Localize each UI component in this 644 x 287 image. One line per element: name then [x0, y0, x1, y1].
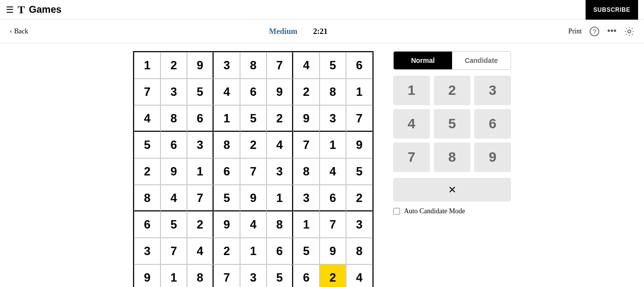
sudoku-cell[interactable]: 3 — [240, 264, 267, 287]
sudoku-cell[interactable]: 5 — [320, 52, 346, 79]
sudoku-cell[interactable]: 1 — [134, 52, 161, 79]
num-pad-1-button[interactable]: 1 — [393, 76, 430, 105]
sudoku-cell[interactable]: 4 — [240, 211, 267, 238]
sudoku-cell[interactable]: 8 — [320, 79, 346, 105]
back-button[interactable]: ‹ Back — [10, 28, 28, 35]
sudoku-cell[interactable]: 3 — [187, 132, 214, 158]
sudoku-cell[interactable]: 8 — [346, 238, 373, 264]
sudoku-cell[interactable]: 9 — [187, 52, 214, 79]
num-pad-7-button[interactable]: 7 — [393, 143, 430, 172]
num-pad-3-button[interactable]: 3 — [474, 76, 511, 105]
auto-candidate-checkbox[interactable] — [393, 208, 400, 215]
sudoku-cell[interactable]: 8 — [161, 105, 187, 132]
sudoku-cell[interactable]: 5 — [187, 79, 214, 105]
sudoku-cell[interactable]: 4 — [134, 105, 161, 132]
sudoku-cell[interactable]: 9 — [346, 132, 373, 158]
sudoku-cell[interactable]: 1 — [320, 132, 346, 158]
sudoku-cell[interactable]: 2 — [346, 185, 373, 211]
sudoku-cell[interactable]: 4 — [267, 132, 293, 158]
sudoku-cell[interactable]: 4 — [293, 52, 320, 79]
sudoku-cell[interactable]: 5 — [161, 211, 187, 238]
normal-mode-button[interactable]: Normal — [394, 52, 452, 69]
sudoku-cell[interactable]: 6 — [346, 52, 373, 79]
sudoku-cell[interactable]: 1 — [240, 238, 267, 264]
sudoku-cell[interactable]: 5 — [240, 105, 267, 132]
sudoku-cell[interactable]: 8 — [187, 264, 214, 287]
sudoku-cell[interactable]: 7 — [161, 238, 187, 264]
sudoku-cell[interactable]: 6 — [214, 158, 240, 185]
sudoku-cell[interactable]: 9 — [293, 105, 320, 132]
sudoku-cell[interactable]: 7 — [240, 158, 267, 185]
sudoku-cell[interactable]: 2 — [134, 158, 161, 185]
sudoku-cell[interactable]: 6 — [267, 238, 293, 264]
sudoku-cell[interactable]: 7 — [134, 79, 161, 105]
help-button[interactable]: ? — [590, 27, 599, 36]
sudoku-cell[interactable]: 7 — [267, 52, 293, 79]
sudoku-cell[interactable]: 7 — [346, 105, 373, 132]
sudoku-cell[interactable]: 8 — [134, 185, 161, 211]
sudoku-cell[interactable]: 3 — [161, 79, 187, 105]
sudoku-cell[interactable]: 5 — [293, 238, 320, 264]
sudoku-cell[interactable]: 1 — [214, 105, 240, 132]
num-pad-9-button[interactable]: 9 — [474, 143, 511, 172]
sudoku-cell[interactable]: 5 — [346, 158, 373, 185]
auto-candidate-label[interactable]: Auto Candidate Mode — [404, 207, 465, 215]
sudoku-cell[interactable]: 5 — [214, 185, 240, 211]
sudoku-cell[interactable]: 2 — [320, 264, 346, 287]
sudoku-cell[interactable]: 6 — [293, 264, 320, 287]
sudoku-cell[interactable]: 4 — [214, 79, 240, 105]
sudoku-cell[interactable]: 8 — [240, 52, 267, 79]
sudoku-cell[interactable]: 7 — [214, 264, 240, 287]
sudoku-cell[interactable]: 9 — [214, 211, 240, 238]
subscribe-button[interactable]: SUBSCRIBE — [586, 0, 638, 20]
num-pad-2-button[interactable]: 2 — [434, 76, 471, 105]
sudoku-cell[interactable]: 5 — [267, 264, 293, 287]
num-pad-4-button[interactable]: 4 — [393, 109, 430, 139]
more-button[interactable]: ••• — [607, 26, 617, 36]
sudoku-cell[interactable]: 2 — [161, 52, 187, 79]
sudoku-cell[interactable]: 2 — [267, 105, 293, 132]
num-pad-5-button[interactable]: 5 — [434, 109, 471, 139]
sudoku-cell[interactable]: 6 — [161, 132, 187, 158]
sudoku-cell[interactable]: 4 — [346, 264, 373, 287]
sudoku-cell[interactable]: 2 — [214, 238, 240, 264]
sudoku-cell[interactable]: 3 — [293, 185, 320, 211]
sudoku-cell[interactable]: 8 — [267, 211, 293, 238]
sudoku-cell[interactable]: 5 — [134, 132, 161, 158]
sudoku-cell[interactable]: 4 — [187, 238, 214, 264]
sudoku-cell[interactable]: 9 — [240, 185, 267, 211]
sudoku-cell[interactable]: 4 — [320, 158, 346, 185]
hamburger-icon[interactable]: ☰ — [6, 4, 14, 15]
sudoku-cell[interactable]: 2 — [293, 79, 320, 105]
sudoku-cell[interactable]: 3 — [134, 238, 161, 264]
sudoku-cell[interactable]: 3 — [214, 52, 240, 79]
delete-button[interactable]: ✕ — [393, 178, 511, 201]
sudoku-cell[interactable]: 7 — [320, 211, 346, 238]
num-pad-6-button[interactable]: 6 — [474, 109, 511, 139]
num-pad-8-button[interactable]: 8 — [434, 143, 471, 172]
sudoku-cell[interactable]: 1 — [346, 79, 373, 105]
sudoku-cell[interactable]: 6 — [320, 185, 346, 211]
sudoku-cell[interactable]: 7 — [293, 132, 320, 158]
sudoku-cell[interactable]: 7 — [187, 185, 214, 211]
sudoku-board[interactable]: 1293874567354692814861529375638247192916… — [133, 51, 374, 287]
sudoku-cell[interactable]: 4 — [161, 185, 187, 211]
sudoku-cell[interactable]: 2 — [187, 211, 214, 238]
settings-button[interactable] — [624, 27, 634, 36]
sudoku-cell[interactable]: 3 — [346, 211, 373, 238]
sudoku-cell[interactable]: 9 — [161, 158, 187, 185]
sudoku-cell[interactable]: 9 — [267, 79, 293, 105]
sudoku-cell[interactable]: 6 — [240, 79, 267, 105]
print-button[interactable]: Print — [568, 28, 582, 35]
sudoku-cell[interactable]: 8 — [293, 158, 320, 185]
sudoku-cell[interactable]: 1 — [161, 264, 187, 287]
sudoku-cell[interactable]: 6 — [134, 211, 161, 238]
candidate-mode-button[interactable]: Candidate — [452, 52, 510, 69]
sudoku-cell[interactable]: 1 — [187, 158, 214, 185]
sudoku-cell[interactable]: 1 — [293, 211, 320, 238]
sudoku-cell[interactable]: 3 — [320, 105, 346, 132]
sudoku-cell[interactable]: 9 — [320, 238, 346, 264]
sudoku-cell[interactable]: 8 — [214, 132, 240, 158]
sudoku-cell[interactable]: 6 — [187, 105, 214, 132]
sudoku-cell[interactable]: 9 — [134, 264, 161, 287]
